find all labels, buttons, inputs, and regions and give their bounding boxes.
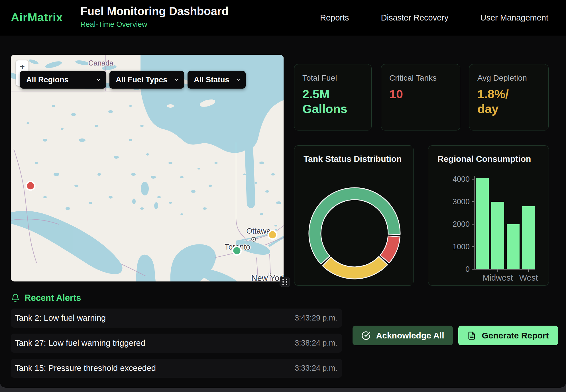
document-icon xyxy=(467,331,476,340)
status-filter-label: All Status xyxy=(194,75,229,84)
alert-row: Tank 15: Pressure threshold exceeded 3:3… xyxy=(11,359,342,378)
tank-status-chart-card: Tank Status Distribution xyxy=(294,145,414,286)
brand-logo: AirMatrix xyxy=(11,11,63,24)
alert-timestamp: 3:33:24 p.m. xyxy=(295,364,337,373)
recent-alerts-header: Recent Alerts xyxy=(11,293,81,303)
svg-text:2000: 2000 xyxy=(453,220,470,228)
tank-marker-critical[interactable] xyxy=(26,181,35,190)
chart-title: Tank Status Distribution xyxy=(304,154,413,164)
kpi-label: Avg Depletion xyxy=(477,74,540,83)
alert-message: Tank 2: Low fuel warning xyxy=(15,313,106,323)
tank-marker-normal[interactable] xyxy=(233,246,241,255)
alert-row: Tank 27: Low fuel warning triggered 3:38… xyxy=(11,334,342,353)
kpi-value: 1.8%/ day xyxy=(477,87,540,117)
generate-report-button[interactable]: Generate Report xyxy=(458,326,558,345)
map-filters: All Regions All Fuel Types All Status xyxy=(20,71,246,89)
page-subtitle: Real-Time Overview xyxy=(80,20,229,29)
recent-alerts-title: Recent Alerts xyxy=(25,293,81,303)
chevron-down-icon xyxy=(174,77,180,83)
map-label-new-york: New York xyxy=(251,273,284,281)
bell-icon xyxy=(11,293,20,303)
check-circle-icon xyxy=(361,331,370,340)
city-dot-ottawa xyxy=(252,237,256,241)
regional-consumption-bar-chart: 01000200030004000MidwestWest xyxy=(428,146,549,286)
nav-disaster-recovery[interactable]: Disaster Recovery xyxy=(381,13,449,23)
kpi-critical-tanks: Critical Tanks 10 xyxy=(381,64,460,130)
svg-text:0: 0 xyxy=(465,265,470,273)
chevron-down-icon xyxy=(96,77,101,83)
map-label-canada: Canada xyxy=(88,59,113,67)
nav-reports[interactable]: Reports xyxy=(320,13,349,23)
kpi-label: Total Fuel xyxy=(302,74,363,83)
tank-marker-warning[interactable] xyxy=(268,230,277,239)
fuel-map[interactable]: Canada Ottawa Toronto New York + − All R… xyxy=(11,55,284,281)
generate-report-label: Generate Report xyxy=(482,331,549,340)
alert-timestamp: 3:38:24 p.m. xyxy=(295,339,337,348)
dashboard-window: AirMatrix Fuel Monitoring Dashboard Real… xyxy=(0,0,566,388)
chart-title: Regional Consumption xyxy=(437,154,549,164)
fuel-type-filter-dropdown[interactable]: All Fuel Types xyxy=(109,71,184,89)
regional-consumption-chart-card: 01000200030004000MidwestWest Regional Co… xyxy=(428,145,549,286)
fuel-type-filter-label: All Fuel Types xyxy=(116,75,167,84)
kpi-avg-depletion: Avg Depletion 1.8%/ day xyxy=(469,64,549,130)
svg-text:3000: 3000 xyxy=(453,197,470,206)
alert-timestamp: 3:43:29 p.m. xyxy=(295,314,337,322)
kpi-value: 10 xyxy=(389,87,452,101)
acknowledge-all-button[interactable]: Acknowledge All xyxy=(353,326,453,345)
svg-text:4000: 4000 xyxy=(453,175,470,183)
acknowledge-all-label: Acknowledge All xyxy=(376,331,444,340)
map-canvas: Canada Ottawa Toronto New York xyxy=(11,55,284,281)
kpi-value: 2.5M Gallons xyxy=(302,87,363,117)
alert-message: Tank 27: Low fuel warning triggered xyxy=(15,338,145,348)
region-filter-label: All Regions xyxy=(26,75,69,84)
region-filter-dropdown[interactable]: All Regions xyxy=(20,71,106,89)
map-label-ottawa: Ottawa xyxy=(246,227,271,235)
nav-user-management[interactable]: User Management xyxy=(480,13,548,23)
kpi-total-fuel: Total Fuel 2.5M Gallons xyxy=(294,64,372,130)
alert-message: Tank 15: Pressure threshold exceeded xyxy=(15,364,156,373)
alert-row: Tank 2: Low fuel warning 3:43:29 p.m. xyxy=(11,309,342,328)
tank-status-donut-chart xyxy=(294,146,414,286)
app-header: AirMatrix Fuel Monitoring Dashboard Real… xyxy=(0,0,566,36)
page-title: Fuel Monitoring Dashboard xyxy=(80,5,229,18)
svg-text:1000: 1000 xyxy=(453,242,470,251)
status-filter-dropdown[interactable]: All Status xyxy=(188,71,246,89)
main-nav: Reports Disaster Recovery User Managemen… xyxy=(320,0,548,36)
title-block: Fuel Monitoring Dashboard Real-Time Over… xyxy=(80,5,229,29)
kpi-label: Critical Tanks xyxy=(389,74,452,83)
resize-drag-handle[interactable] xyxy=(280,277,290,287)
svg-text:West: West xyxy=(519,273,538,282)
chevron-down-icon xyxy=(235,77,241,83)
svg-text:Midwest: Midwest xyxy=(482,273,513,282)
